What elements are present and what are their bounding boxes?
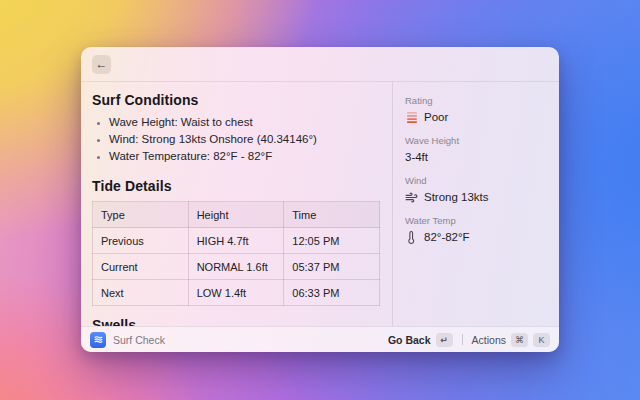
back-arrow-icon: ← — [96, 57, 108, 71]
detail-content[interactable]: Surf Conditions Wave Height: Waist to ch… — [81, 82, 392, 326]
wave-height-value: 3-4ft — [405, 150, 428, 165]
window-body: Surf Conditions Wave Height: Waist to ch… — [81, 82, 559, 326]
cell-current-type: Current — [93, 254, 189, 280]
cell-current-height: NORMAL 1.6ft — [188, 254, 284, 280]
surf-conditions-title: Surf Conditions — [92, 92, 380, 108]
cell-previous-time: 12:05 PM — [284, 228, 380, 254]
col-height: Height — [188, 202, 284, 228]
app-name: Surf Check — [113, 334, 165, 346]
conditions-list: Wave Height: Waist to chest Wind: Strong… — [92, 114, 380, 165]
wind-label: Wind — [405, 175, 549, 186]
swells-title: Swells — [92, 317, 380, 326]
actions-label: Actions — [472, 334, 506, 346]
desktop-background: ← Surf Conditions Wave Height: Waist to … — [0, 0, 640, 400]
thermometer-icon — [405, 231, 418, 244]
action-bar: Surf Check Go Back ↵ Actions ⌘ K — [81, 326, 559, 352]
water-temp-value: 82°-82°F — [424, 230, 470, 245]
metadata-sidebar: Rating Poor — [393, 82, 559, 326]
tide-table-header-row: Type Height Time — [93, 202, 380, 228]
table-row: Previous HIGH 4.7ft 12:05 PM — [93, 228, 380, 254]
window-titlebar: ← — [81, 47, 559, 82]
wind-icon — [405, 191, 418, 204]
cell-next-type: Next — [93, 280, 189, 306]
cell-previous-height: HIGH 4.7ft — [188, 228, 284, 254]
actions-button[interactable]: Actions ⌘ K — [472, 333, 550, 347]
go-back-button[interactable]: Go Back ↵ — [388, 333, 453, 347]
footer-divider — [462, 334, 463, 345]
k-key-icon: K — [533, 333, 550, 347]
footer-actions: Go Back ↵ Actions ⌘ K — [388, 333, 550, 347]
return-key-icon: ↵ — [436, 333, 453, 347]
wave-height-item: Wave Height 3-4ft — [405, 135, 549, 165]
tide-table: Type Height Time Previous HIGH 4.7ft 12:… — [92, 201, 380, 306]
cmd-key-icon: ⌘ — [511, 333, 528, 347]
wind-value: Strong 13kts — [424, 190, 489, 205]
rating-bars-icon — [405, 111, 418, 124]
water-temp-label: Water Temp — [405, 215, 549, 226]
table-row: Next LOW 1.4ft 06:33 PM — [93, 280, 380, 306]
wind-bullet: Wind: Strong 13kts Onshore (40.34146°) — [109, 131, 380, 148]
surf-check-window: ← Surf Conditions Wave Height: Waist to … — [81, 47, 559, 352]
back-button[interactable]: ← — [92, 55, 111, 74]
rating-label: Rating — [405, 95, 549, 106]
water-temp-item: Water Temp 82°-82°F — [405, 215, 549, 245]
go-back-label: Go Back — [388, 334, 431, 346]
wave-height-label: Wave Height — [405, 135, 549, 146]
water-temperature-bullet: Water Temperature: 82°F - 82°F — [109, 148, 380, 165]
col-time: Time — [284, 202, 380, 228]
tide-details-title: Tide Details — [92, 178, 380, 194]
cell-next-height: LOW 1.4ft — [188, 280, 284, 306]
wave-height-bullet: Wave Height: Waist to chest — [109, 114, 380, 131]
cell-previous-type: Previous — [93, 228, 189, 254]
wind-item: Wind Strong 13kts — [405, 175, 549, 205]
table-row: Current NORMAL 1.6ft 05:37 PM — [93, 254, 380, 280]
col-type: Type — [93, 202, 189, 228]
surf-check-app-icon — [90, 332, 106, 348]
cell-next-time: 06:33 PM — [284, 280, 380, 306]
rating-item: Rating Poor — [405, 95, 549, 125]
cell-current-time: 05:37 PM — [284, 254, 380, 280]
rating-value: Poor — [424, 110, 448, 125]
